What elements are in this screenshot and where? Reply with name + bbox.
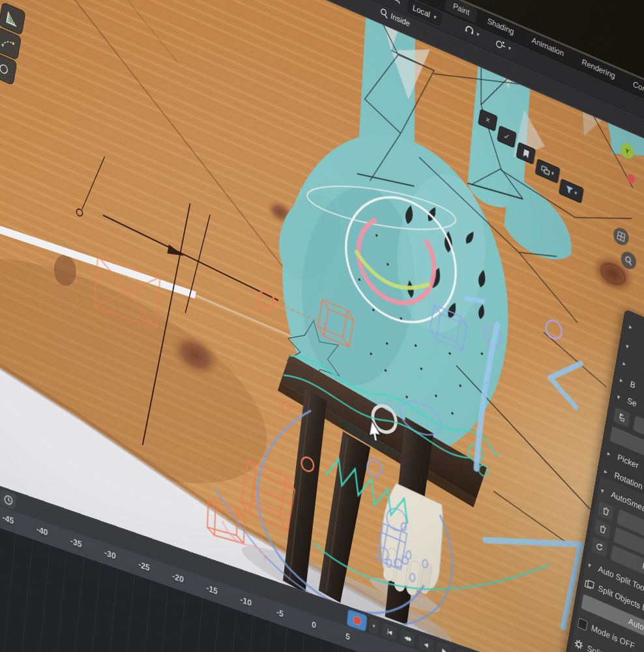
grid-icon [617,231,626,243]
frame-tick-label: 5 [345,630,351,642]
chevron-right-icon: ▸ [628,322,636,332]
mode-checkbox[interactable] [578,617,588,631]
filter-icon [564,185,574,196]
snap-icon [463,23,475,38]
frame-tick-label: -25 [138,559,151,572]
chevron-down-icon: ▾ [372,623,375,629]
chevron-down-icon: ▾ [625,342,632,351]
frame-tick-label: -35 [70,535,82,549]
falloff-icon [495,37,506,52]
magnifier-icon [624,254,633,266]
frame-tick-label: -45 [2,512,14,526]
chevron-right-icon: ▸ [619,376,626,385]
chevron-down-icon: ▾ [551,170,555,177]
blender-window: Paint Shading Animation Rendering Compos… [0,0,644,652]
chevron-down-icon: ▾ [574,189,578,197]
overlays-icon [540,165,551,176]
check-icon: ✓ [503,131,511,143]
clock-icon [3,493,13,506]
frame-tick-label: -10 [240,594,252,608]
bookmark-icon [522,148,529,159]
chevron-right-icon: ▸ [622,359,630,369]
frame-tick-label: -30 [104,547,116,561]
pin-icon[interactable] [613,406,631,428]
gear-icon [574,638,583,651]
chevron-right-icon: ▸ [607,449,614,459]
play-button[interactable]: ▶ [435,640,452,652]
next-keyframe-button[interactable]: ▶◆ [453,646,471,652]
record-icon [353,615,361,626]
frame-tick-label: 0 [311,619,316,630]
chevron-right-icon: ▸ [604,467,611,477]
measure-icon [5,8,20,28]
tool-icon [0,59,10,78]
search-icon [379,7,389,19]
chevron-down-icon: ▾ [508,44,512,52]
photographed-monitor: Paint Shading Animation Rendering Compos… [0,0,644,652]
frame-tick-label: -15 [206,582,218,596]
frame-tick-label: -5 [276,607,284,619]
split-objects-icon [584,578,594,591]
chevron-down-icon: ▾ [587,561,594,570]
chevron-down-icon: ▾ [476,31,480,38]
chevron-down-icon: ▾ [433,13,437,21]
chevron-down-icon: ▾ [617,393,624,402]
annotate-icon [0,36,15,52]
close-icon: × [485,115,491,126]
play-reverse-button[interactable]: ◀ [417,634,434,652]
editor-type-icon[interactable] [390,0,402,5]
frame-tick-label: -40 [36,524,48,537]
orientation-label: Local [412,3,431,19]
frame-tick-label: -20 [172,570,184,584]
chevron-down-icon: ▾ [600,486,607,496]
